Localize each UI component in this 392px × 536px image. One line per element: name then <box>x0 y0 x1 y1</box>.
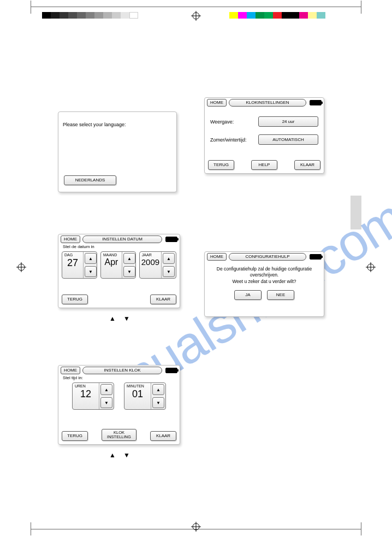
config-message-1: De configuratiehulp zal de huidige confi… <box>211 266 317 279</box>
minutes-value: 01 <box>132 388 143 399</box>
help-button[interactable]: HELP <box>251 160 277 170</box>
home-button[interactable]: HOME <box>61 235 80 243</box>
month-down-button[interactable]: ▼ <box>123 266 135 277</box>
arrow-down-icon: ▼ <box>123 315 130 322</box>
hours-down-button[interactable]: ▼ <box>100 397 112 408</box>
year-up-button[interactable]: ▲ <box>163 253 175 264</box>
day-down-button[interactable]: ▼ <box>85 266 97 277</box>
minutes-up-button[interactable]: ▲ <box>152 384 164 395</box>
hours-stepper[interactable]: UREN 12 ▲ ▼ <box>72 382 114 410</box>
hours-value: 12 <box>80 388 91 399</box>
yes-button[interactable]: JA <box>234 290 262 300</box>
panel-set-time: HOME INSTELLEN KLOK Stel tijd in: UREN 1… <box>58 365 180 445</box>
day-value: 27 <box>67 257 78 268</box>
day-up-button[interactable]: ▲ <box>85 253 97 264</box>
panel-title: KLOKINSTELLINGEN <box>229 99 306 107</box>
dst-mode-button[interactable]: AUTOMATISCH <box>258 134 318 145</box>
panel-set-date: HOME INSTELLEN DATUM Stel de datum in DA… <box>58 234 180 308</box>
display-format-button[interactable]: 24 uur <box>258 116 318 127</box>
registration-mark-icon <box>191 522 201 532</box>
day-stepper[interactable]: DAG 27 ▲ ▼ <box>62 251 97 279</box>
panel-config-help: HOME CONFIGURATIEHULP De configuratiehul… <box>204 251 324 317</box>
no-button[interactable]: NEE <box>267 290 294 300</box>
month-up-button[interactable]: ▲ <box>123 253 135 264</box>
print-color-bar <box>229 12 325 19</box>
registration-mark-icon <box>16 262 26 272</box>
year-down-button[interactable]: ▼ <box>163 266 175 277</box>
home-button[interactable]: HOME <box>207 99 227 107</box>
battery-icon <box>310 100 322 105</box>
hours-up-button[interactable]: ▲ <box>100 384 112 395</box>
minutes-down-button[interactable]: ▼ <box>152 397 164 408</box>
panel-title: INSTELLEN KLOK <box>82 367 162 374</box>
display-label: Weergave: <box>210 119 234 125</box>
hours-label: UREN <box>75 384 86 388</box>
time-subtitle: Stel tijd in: <box>58 374 180 380</box>
month-stepper[interactable]: MAAND Apr ▲ ▼ <box>100 251 136 279</box>
year-value: 2009 <box>141 257 159 266</box>
panel-language: Please select your language: NEDERLANDS <box>58 111 177 192</box>
done-button[interactable]: KLAAR <box>150 431 176 441</box>
month-label: MAAND <box>103 253 117 257</box>
minutes-label: MINUTEN <box>127 384 144 388</box>
back-button[interactable]: TERUG <box>208 160 234 170</box>
done-button[interactable]: KLAAR <box>294 160 320 170</box>
panel-title: INSTELLEN DATUM <box>82 235 162 243</box>
day-label: DAG <box>64 253 73 257</box>
arrow-up-icon: ▲ <box>109 315 116 322</box>
year-label: JAAR <box>142 253 152 257</box>
registration-mark-icon <box>191 11 201 21</box>
config-message-2: Weet u zeker dat u verder wilt? <box>211 279 317 285</box>
arrow-up-icon: ▲ <box>109 451 116 459</box>
home-button[interactable]: HOME <box>207 253 227 261</box>
back-button[interactable]: TERUG <box>62 294 88 304</box>
home-button[interactable]: HOME <box>61 367 80 374</box>
done-button[interactable]: KLAAR <box>150 294 176 304</box>
dst-label: Zomer/wintertijd: <box>210 137 247 143</box>
panel-title: CONFIGURATIEHULP <box>229 253 306 261</box>
nav-arrows: ▲ ▼ <box>109 315 130 322</box>
nav-arrows: ▲ ▼ <box>109 451 130 459</box>
registration-mark-icon <box>366 262 376 272</box>
month-value: Apr <box>104 257 118 267</box>
print-grayscale-bar <box>42 12 138 19</box>
battery-icon <box>310 254 322 260</box>
battery-icon <box>165 368 177 373</box>
arrow-down-icon: ▼ <box>123 451 130 459</box>
clock-settings-button[interactable]: KLOK INSTELLING <box>102 429 136 441</box>
year-stepper[interactable]: JAAR 2009 ▲ ▼ <box>139 251 176 279</box>
date-subtitle: Stel de datum in <box>58 243 180 249</box>
back-button[interactable]: TERUG <box>62 431 88 441</box>
language-prompt: Please select your language: <box>58 112 176 129</box>
page-thumb-tab <box>351 196 361 229</box>
battery-icon <box>165 237 177 242</box>
panel-clock-settings: HOME KLOKINSTELLINGEN Weergave: 24 uur Z… <box>204 97 324 174</box>
language-option-button[interactable]: NEDERLANDS <box>64 175 116 185</box>
minutes-stepper[interactable]: MINUTEN 01 ▲ ▼ <box>124 382 166 410</box>
